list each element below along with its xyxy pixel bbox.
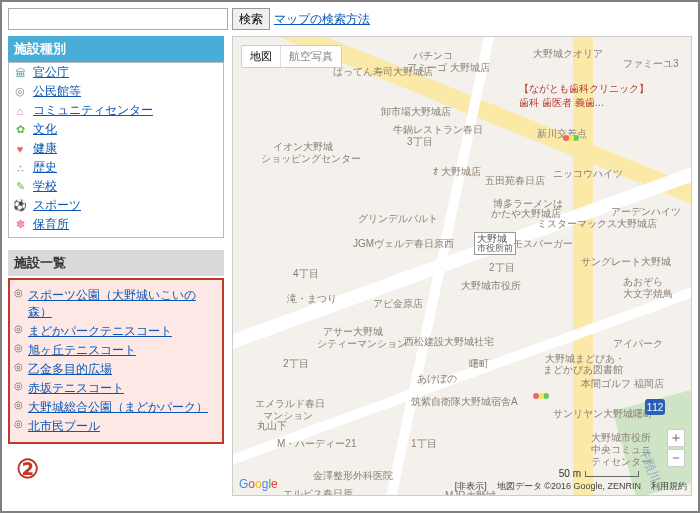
map-poi-label: 筑紫自衛隊大野城宿舎A — [411, 395, 518, 409]
map-poi-label: 金澤整形外科医院 — [313, 469, 393, 483]
map-mode-toggle[interactable]: 地図 航空写真 — [241, 45, 342, 68]
map-poi-label: ショッピングセンター — [261, 152, 361, 166]
map-mode-satellite[interactable]: 航空写真 — [280, 46, 341, 67]
facility-item: ◎大野城総合公園（まどかパーク） — [14, 398, 216, 417]
category-link[interactable]: 官公庁 — [33, 64, 69, 81]
station-label: 大野城 市役所前 — [474, 232, 516, 255]
category-icon: ⚽ — [13, 199, 27, 213]
facility-item: ◎赤坂テニスコート — [14, 379, 216, 398]
bullet-icon: ◎ — [14, 323, 24, 334]
bullet-icon: ◎ — [14, 380, 24, 391]
bullet-icon: ◎ — [14, 418, 24, 429]
map-poi-label: エルピス春日原 — [283, 487, 353, 496]
map-poi-label: 2丁目 — [283, 357, 309, 371]
map-poi-label: 新川交差点 — [537, 127, 587, 141]
map-poi-label: 西松建設大野城社宅 — [404, 335, 494, 349]
map-poi-label: 五田苑春日店 — [485, 174, 545, 188]
facility-link[interactable]: 旭ヶ丘テニスコート — [28, 342, 136, 359]
category-item[interactable]: ✽保育所 — [9, 215, 223, 234]
map-poi-label: 大文字焼鳥 — [623, 287, 673, 301]
zoom-out-button[interactable]: － — [667, 449, 685, 467]
category-item[interactable]: 🏛官公庁 — [9, 63, 223, 82]
map-poi-label: シティーマンション — [317, 337, 407, 351]
map-poi-label: モスバーガー — [513, 237, 573, 251]
category-link[interactable]: 健康 — [33, 140, 57, 157]
map-poi-label: グリンデルバルト — [358, 212, 438, 226]
scale-bar — [585, 471, 639, 477]
map-poi-label: あけぼの — [417, 372, 457, 386]
search-button[interactable]: 検索 — [232, 8, 270, 30]
category-title: 施設種別 — [8, 36, 224, 62]
map-attribution: [非表示] 地図データ ©2016 Google, ZENRIN 利用規約 — [455, 480, 687, 493]
facility-link[interactable]: スポーツ公園（大野城いこいの森） — [28, 287, 216, 321]
bullet-icon: ◎ — [14, 342, 24, 353]
map-poi-label: ミスターマックス大野城店 — [537, 217, 657, 231]
map-poi-label: 4丁目 — [293, 267, 319, 281]
bullet-icon: ◎ — [14, 399, 24, 410]
category-item[interactable]: ◎公民館等 — [9, 82, 223, 101]
map-poi-label: 牛鍋レストラン春日 — [393, 123, 483, 137]
map-poi-label: 本間ゴルフ 福岡店 — [581, 377, 664, 391]
map-poi-label: 丸山下 — [257, 419, 287, 433]
map-poi-label: アピ金原店 — [373, 297, 423, 311]
category-link[interactable]: スポーツ — [33, 197, 81, 214]
facility-link[interactable]: 大野城総合公園（まどかパーク） — [28, 399, 208, 416]
map-poi-label: ファミーユ3 — [623, 57, 679, 71]
step-marker: ② — [16, 454, 224, 485]
map-poi-label: ｵ 大野城店 — [433, 165, 481, 179]
map-mode-map[interactable]: 地図 — [242, 46, 280, 67]
facility-item: ◎旭ヶ丘テニスコート — [14, 341, 216, 360]
category-item[interactable]: ✎学校 — [9, 177, 223, 196]
traffic-signal-icon — [563, 135, 569, 141]
map-poi-label: アイパーク — [613, 337, 663, 351]
category-link[interactable]: 歴史 — [33, 159, 57, 176]
map-poi-label: 2丁目 — [489, 261, 515, 275]
category-list[interactable]: 🏛官公庁◎公民館等⌂コミュニティセンター✿文化♥健康⛬歴史✎学校⚽スポーツ✽保育… — [8, 62, 224, 238]
map-poi-label: 1丁目 — [411, 437, 437, 451]
map-poi-label: アーデンハイツ — [611, 205, 681, 219]
facility-link[interactable]: 赤坂テニスコート — [28, 380, 124, 397]
help-link[interactable]: マップの検索方法 — [274, 11, 370, 28]
category-link[interactable]: コミュニティセンター — [33, 102, 153, 119]
category-icon: ✎ — [13, 180, 27, 194]
map-poi-label: アミーゴ 大野城店 — [407, 61, 490, 75]
map-canvas[interactable]: 地図 航空写真 【ながとも歯科クリニック】 歯科 歯医者 義歯… 大野城 市役所… — [232, 36, 692, 496]
map-poi-label: M・ハーディー21 — [277, 437, 356, 451]
category-item[interactable]: ♥健康 — [9, 139, 223, 158]
traffic-signal-icon — [533, 393, 539, 399]
route-shield: 112 — [645, 399, 665, 415]
category-item[interactable]: ✿文化 — [9, 120, 223, 139]
facility-item: ◎スポーツ公園（大野城いこいの森） — [14, 286, 216, 322]
facility-link[interactable]: 北市民プール — [28, 418, 100, 435]
category-link[interactable]: 学校 — [33, 178, 57, 195]
category-item[interactable]: ⛬歴史 — [9, 158, 223, 177]
map-poi-label: 大野城クオリア — [533, 47, 603, 61]
facility-item: ◎まどかパークテニスコート — [14, 322, 216, 341]
search-input[interactable] — [8, 8, 228, 30]
facility-link[interactable]: 乙金多目的広場 — [28, 361, 112, 378]
map-poi-label: サングレート大野城 — [581, 255, 671, 269]
category-link[interactable]: 公民館等 — [33, 83, 81, 100]
map-poi-label: 卸市場大野城店 — [381, 105, 451, 119]
map-poi-label: 滝・まつり — [287, 292, 337, 306]
category-icon: ◎ — [13, 85, 27, 99]
category-item[interactable]: ⌂コミュニティセンター — [9, 101, 223, 120]
category-link[interactable]: 文化 — [33, 121, 57, 138]
category-icon: ⌂ — [13, 104, 27, 118]
clinic-label: 【ながとも歯科クリニック】 歯科 歯医者 義歯… — [519, 82, 649, 110]
facility-item: ◎乙金多目的広場 — [14, 360, 216, 379]
facility-link[interactable]: まどかパークテニスコート — [28, 323, 172, 340]
bullet-icon: ◎ — [14, 361, 24, 372]
category-icon: ⛬ — [13, 161, 27, 175]
category-item[interactable]: ⚽スポーツ — [9, 196, 223, 215]
bullet-icon: ◎ — [14, 287, 24, 298]
map-poi-label: ニッコウハイツ — [553, 167, 623, 181]
category-icon: ✿ — [13, 123, 27, 137]
map-poi-label: まどかぴあ図書館 — [543, 363, 623, 377]
google-logo: Google — [239, 477, 278, 491]
zoom-in-button[interactable]: ＋ — [667, 429, 685, 447]
category-link[interactable]: 保育所 — [33, 216, 69, 233]
map-poi-label: サンリヤン大野城曙町 — [553, 407, 653, 421]
facility-list-title: 施設一覧 — [8, 250, 224, 276]
facility-list: ◎スポーツ公園（大野城いこいの森）◎まどかパークテニスコート◎旭ヶ丘テニスコート… — [8, 278, 224, 444]
